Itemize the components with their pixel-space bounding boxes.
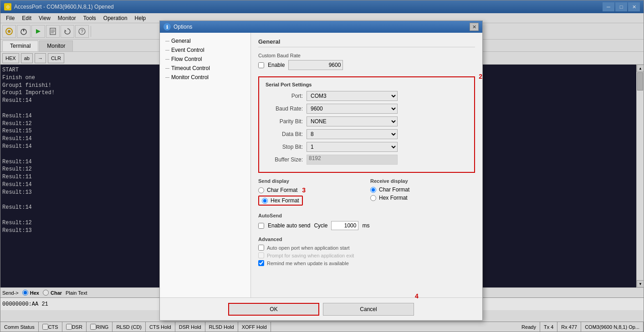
nav-arrow-general: —: [165, 39, 169, 43]
panel-title: General: [258, 38, 475, 47]
parity-setting-row: Parity Bit: NONE: [266, 116, 468, 126]
modal-close-button[interactable]: ✕: [470, 23, 479, 31]
advanced-option3-row: Remind me when update is available: [258, 260, 475, 266]
content-panel: General Custom Baud Rate Enable 2 Serial…: [251, 33, 482, 297]
recv-hex-format-row: Hex Format: [370, 195, 475, 201]
nav-arrow-event: —: [165, 48, 169, 52]
nav-label-monitor: Monitor Control: [171, 74, 209, 80]
autosend-checkbox[interactable]: [258, 223, 264, 229]
buffer-value: 8192: [307, 155, 398, 165]
send-char-format-row: Char Format 3: [258, 186, 363, 194]
nav-arrow-timeout: —: [165, 66, 169, 70]
nav-item-flow-control[interactable]: — Flow Control: [162, 55, 249, 64]
stop-select[interactable]: 1: [307, 142, 398, 152]
nav-arrow-flow: —: [165, 57, 169, 61]
modal-title: Options: [174, 24, 470, 30]
receive-display-group: Receive display Char Format Hex Format: [370, 178, 475, 207]
advanced-option2-row: Prompt for saving when application exit: [258, 252, 475, 258]
annotation-4: 4: [415, 292, 419, 300]
send-hex-label: Hex Format: [271, 197, 299, 204]
stop-label: Stop Bit:: [266, 144, 307, 150]
send-char-radio[interactable]: [258, 187, 264, 193]
nav-item-event-control[interactable]: — Event Control: [162, 45, 249, 55]
autosend-label: Enable auto send: [268, 222, 310, 229]
ms-label: ms: [362, 222, 369, 229]
advanced-option1-checkbox[interactable]: [258, 245, 264, 251]
nav-arrow-monitor: —: [165, 75, 169, 80]
autosend-row: Enable auto send Cycle ms: [258, 221, 475, 230]
send-hex-format-row: Hex Format: [258, 196, 363, 206]
nav-label-timeout: Timeout Control: [171, 65, 210, 71]
recv-hex-label: Hex Format: [379, 195, 408, 201]
advanced-option2-label: Prompt for saving when application exit: [267, 253, 354, 258]
nav-item-timeout-control[interactable]: — Timeout Control: [162, 64, 249, 73]
send-hex-radio[interactable]: [262, 198, 268, 204]
recv-char-label: Char Format: [379, 186, 409, 193]
advanced-option1-label: Auto open port when application start: [267, 245, 350, 251]
custom-baud-section: Custom Baud Rate Enable: [258, 53, 475, 70]
send-display-group: Send display Char Format 3 Hex Format: [258, 178, 363, 207]
buffer-label: Buffer Size:: [266, 156, 307, 163]
cancel-button[interactable]: Cancel: [323, 303, 414, 316]
serial-port-title: Serial Port Settings: [266, 82, 468, 87]
advanced-title: Advanced: [258, 236, 475, 242]
nav-label-flow: Flow Control: [171, 56, 202, 62]
recv-char-radio[interactable]: [370, 187, 376, 193]
options-dialog: ℹ Options ✕ — General — Event Control — …: [159, 20, 483, 321]
advanced-option3-checkbox[interactable]: [258, 260, 264, 266]
port-select[interactable]: COM3: [307, 91, 398, 101]
send-char-label: Char Format: [267, 187, 297, 193]
baud-enable-label: Enable: [268, 62, 285, 68]
port-label: Port:: [266, 93, 307, 99]
parity-select[interactable]: NONE: [307, 116, 398, 126]
autosend-section: AutoSend Enable auto send Cycle ms: [258, 213, 475, 230]
annotation-2: 2: [479, 73, 482, 80]
nav-item-monitor-control[interactable]: — Monitor Control: [162, 73, 249, 82]
recv-char-format-row: Char Format: [370, 186, 475, 193]
parity-label: Parity Bit:: [266, 118, 307, 125]
custom-baud-label: Custom Baud Rate: [258, 53, 475, 58]
stop-setting-row: Stop Bit: 1: [266, 142, 468, 152]
baud-row: Enable: [258, 60, 475, 70]
modal-overlay: ℹ Options ✕ — General — Event Control — …: [0, 0, 644, 332]
nav-label-general: General: [171, 38, 191, 44]
modal-body: — General — Event Control — Flow Control…: [160, 33, 482, 297]
modal-icon: ℹ: [164, 23, 171, 30]
baud-select[interactable]: 9600: [307, 104, 398, 114]
receive-display-title: Receive display: [370, 178, 475, 184]
send-hex-format-highlight: Hex Format: [258, 196, 303, 206]
nav-label-event: Event Control: [171, 47, 204, 53]
ok-button[interactable]: OK: [228, 303, 319, 316]
nav-item-general[interactable]: — General: [162, 36, 249, 45]
baud-setting-row: Baud Rate: 9600: [266, 104, 468, 114]
modal-title-bar: ℹ Options ✕: [160, 21, 482, 33]
data-select[interactable]: 8: [307, 129, 398, 139]
advanced-option3-label: Remind me when update is available: [267, 261, 349, 266]
display-row: Send display Char Format 3 Hex Format: [258, 178, 475, 207]
data-setting-row: Data Bit: 8: [266, 129, 468, 139]
data-label: Data Bit:: [266, 131, 307, 137]
autosend-title: AutoSend: [258, 213, 475, 218]
cycle-label: Cycle: [314, 222, 327, 229]
baud-label: Baud Rate:: [266, 106, 307, 112]
nav-tree: — General — Event Control — Flow Control…: [160, 33, 251, 297]
send-display-title: Send display: [258, 178, 363, 184]
buffer-setting-row: Buffer Size: 8192: [266, 155, 468, 165]
advanced-option2-checkbox: [258, 252, 264, 258]
advanced-option1-row: Auto open port when application start: [258, 245, 475, 251]
port-setting-row: Port: COM3: [266, 91, 468, 101]
annotation-3: 3: [302, 186, 306, 194]
cycle-input[interactable]: [331, 221, 358, 230]
modal-footer: 4 OK Cancel: [160, 297, 482, 320]
recv-hex-radio[interactable]: [370, 195, 376, 201]
baud-enable-checkbox[interactable]: [258, 62, 264, 68]
baud-value-input[interactable]: [288, 60, 343, 70]
serial-port-settings-box: 2 Serial Port Settings Port: COM3 Baud R…: [258, 76, 475, 173]
advanced-section: Advanced Auto open port when application…: [258, 236, 475, 266]
